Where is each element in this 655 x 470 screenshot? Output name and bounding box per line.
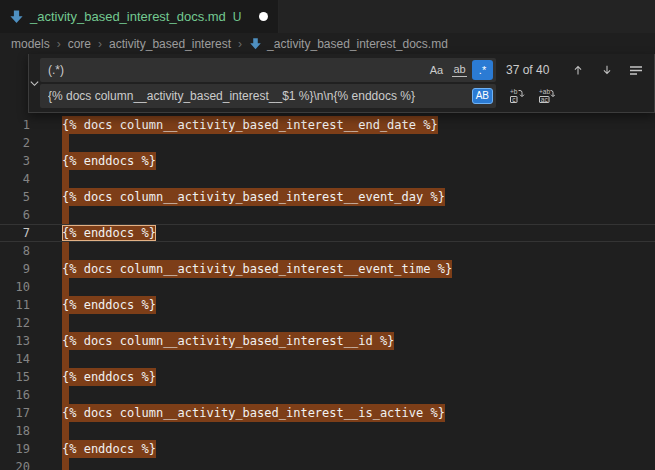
code-line[interactable]: 5{% docs column__activity_based_interest… [0,188,655,206]
breadcrumb-file-label: _activity_based_interest_docs.md [267,37,448,51]
find-match: {% docs column__activity_based_interest_… [62,260,452,278]
find-match: {% enddocs %} [62,296,156,314]
breadcrumb-item-models[interactable]: models [11,37,50,51]
line-number: 12 [0,314,30,332]
find-match-empty [62,206,69,224]
tab-bar: _activity_based_interest_docs.md U [0,0,655,33]
line-number: 18 [0,422,30,440]
code-line[interactable]: 11{% enddocs %} [0,296,655,314]
match-case-toggle[interactable]: Aa [426,60,447,80]
line-number: 2 [0,134,30,152]
svg-text:+ab: +ab [539,88,550,95]
editor-tab[interactable]: _activity_based_interest_docs.md U [0,0,279,33]
find-query-text: (.*) [48,63,424,77]
previous-match-button[interactable] [571,63,585,77]
code-line[interactable]: 15{% enddocs %} [0,368,655,386]
line-number: 11 [0,296,30,314]
breadcrumb-item-file[interactable]: _activity_based_interest_docs.md [249,37,448,51]
code-line[interactable]: 4 [0,170,655,188]
find-match: {% enddocs %} [62,440,156,458]
line-number: 10 [0,278,30,296]
line-number: 6 [0,206,30,224]
code-editor[interactable]: 1{% docs column__activity_based_interest… [0,116,655,470]
modified-dot-icon[interactable] [259,12,268,21]
breadcrumb-item-core[interactable]: core [68,37,91,51]
git-status-badge: U [233,10,242,24]
markdown-icon [249,37,262,50]
code-line-current[interactable]: 7{% enddocs %} [0,224,655,242]
replace-value-text: {% docs column__activity_based_interest_… [48,89,468,103]
breadcrumb-separator: › [238,37,242,51]
line-number: 8 [0,242,30,260]
code-line[interactable]: 20 [0,458,655,470]
breadcrumb-separator: › [98,37,102,51]
breadcrumb-item-activity-based-interest[interactable]: activity_based_interest [109,37,231,51]
code-line[interactable]: 10 [0,278,655,296]
match-count-label: 37 of 40 [506,63,549,77]
line-number: 3 [0,152,30,170]
replace-input[interactable]: {% docs column__activity_based_interest_… [40,84,496,108]
line-number: 16 [0,386,30,404]
code-line[interactable]: 2 [0,134,655,152]
svg-text:+b: +b [510,88,518,95]
line-number: 20 [0,458,30,470]
find-match-empty [62,134,69,152]
whole-word-toggle[interactable]: ab [449,60,470,80]
find-match: {% enddocs %} [62,152,156,170]
find-replace-widget: (.*) Aa ab .* 37 of 40 [28,54,655,113]
replace-icon[interactable]: +b c [509,88,525,104]
find-match-empty [62,350,69,368]
find-input[interactable]: (.*) Aa ab .* [40,58,496,82]
find-match: {% docs column__activity_based_interest_… [62,188,445,206]
svg-text:ac: ac [541,96,549,103]
tab-title: _activity_based_interest_docs.md [30,9,226,24]
find-match-empty [62,314,69,332]
next-match-button[interactable] [600,63,614,77]
replace-all-icon[interactable]: +ab ac [538,88,555,104]
code-line[interactable]: 19{% enddocs %} [0,440,655,458]
line-number: 9 [0,260,30,278]
breadcrumb: models › core › activity_based_interest … [0,33,655,54]
code-line[interactable]: 18 [0,422,655,440]
code-line[interactable]: 16 [0,386,655,404]
find-match-empty [62,242,69,260]
find-match: {% enddocs %} [62,368,156,386]
line-number: 1 [0,116,30,134]
line-number: 17 [0,404,30,422]
code-line[interactable]: 6 [0,206,655,224]
replace-row: {% docs column__activity_based_interest_… [40,83,655,109]
code-line[interactable]: 14 [0,350,655,368]
find-row: (.*) Aa ab .* 37 of 40 [40,57,655,83]
line-number: 15 [0,368,30,386]
line-number: 7 [0,225,30,241]
preserve-case-toggle[interactable]: AB [472,88,493,104]
breadcrumb-separator: › [57,37,61,51]
find-match-empty [62,422,69,440]
code-line[interactable]: 1{% docs column__activity_based_interest… [0,116,655,134]
find-in-selection-icon[interactable] [629,64,643,76]
find-match-empty [62,386,69,404]
find-match: {% docs column__activity_based_interest_… [62,332,394,350]
line-number: 14 [0,350,30,368]
line-number: 19 [0,440,30,458]
code-line[interactable]: 9{% docs column__activity_based_interest… [0,260,655,278]
current-find-match: {% enddocs %} [62,225,156,241]
toggle-replace-chevron-icon[interactable] [29,54,40,112]
code-line[interactable]: 3{% enddocs %} [0,152,655,170]
code-line[interactable]: 13{% docs column__activity_based_interes… [0,332,655,350]
find-match-empty [62,278,69,296]
code-line[interactable]: 8 [0,242,655,260]
line-number: 5 [0,188,30,206]
regex-toggle[interactable]: .* [472,60,493,80]
line-number: 13 [0,332,30,350]
code-line[interactable]: 12 [0,314,655,332]
find-match-empty [62,170,69,188]
line-number: 4 [0,170,30,188]
find-match: {% docs column__activity_based_interest_… [62,404,445,422]
markdown-icon [9,9,24,24]
find-match-empty [62,458,69,470]
find-match: {% docs column__activity_based_interest_… [62,116,438,134]
code-line[interactable]: 17{% docs column__activity_based_interes… [0,404,655,422]
